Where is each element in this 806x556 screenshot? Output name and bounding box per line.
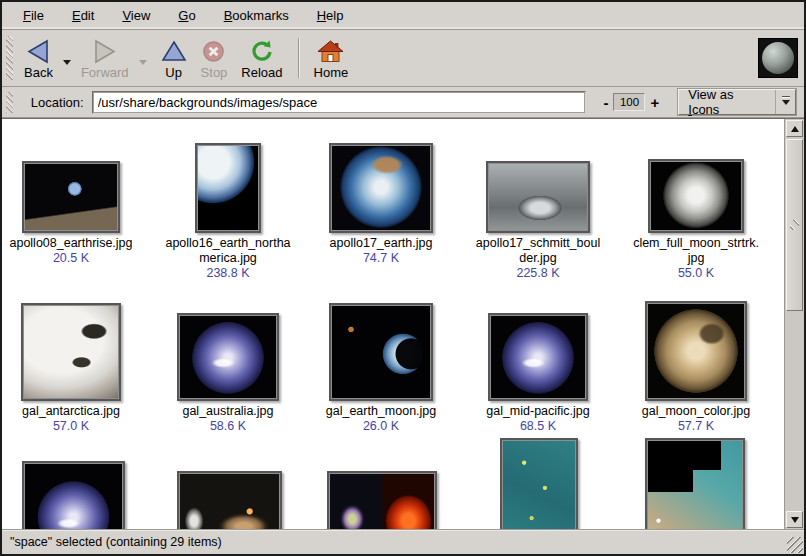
file-size: 20.5 K <box>2 251 146 266</box>
stop-button[interactable]: Stop <box>194 32 235 84</box>
file-name: gal_australia.jpg <box>153 404 303 419</box>
scrollbar-thumb[interactable] <box>786 139 803 311</box>
chevron-down-icon <box>139 60 147 69</box>
file-name: apollo17_earth.jpg <box>306 236 456 251</box>
status-text: "space" selected (containing 29 items) <box>10 535 222 549</box>
up-icon <box>161 37 187 65</box>
thumbnail-blue-earth-photo <box>488 313 588 401</box>
file-item[interactable]: gal_earth_moon.jpg 26.0 K <box>306 303 456 434</box>
forward-button[interactable]: Forward <box>74 32 136 84</box>
file-item[interactable]: gal_australia.jpg 58.6 K <box>153 313 303 434</box>
file-item[interactable]: gal_moon_color.jpg 57.7 K <box>621 301 771 434</box>
file-item[interactable]: apollo16_earth_northa merica.jpg 238.8 K <box>153 143 303 281</box>
file-item-thumbnail-colliding-galaxies-photo[interactable] <box>177 471 282 529</box>
file-item[interactable]: apollo17_schmitt_boul der.jpg 225.8 K <box>463 161 613 281</box>
file-item-thumbnail-nebula-black-squares-photo[interactable] <box>645 438 745 529</box>
reload-icon <box>250 37 274 65</box>
location-label: Location: <box>31 95 84 110</box>
file-size: 68.5 K <box>463 419 613 434</box>
file-item[interactable]: gal_antarctica.jpg 57.0 K <box>2 303 146 434</box>
menu-edit[interactable]: Edit <box>63 4 103 27</box>
file-name: clem_full_moon_strtrk. jpg <box>621 236 771 266</box>
home-icon <box>317 37 344 65</box>
location-input[interactable] <box>92 91 587 114</box>
file-size: 225.8 K <box>463 266 613 281</box>
thumbnail-earth-crescent-photo <box>195 143 261 233</box>
toolbar-drag-handle[interactable] <box>6 36 13 80</box>
file-name: gal_moon_color.jpg <box>621 404 771 419</box>
menu-bookmarks[interactable]: Bookmarks <box>215 4 298 27</box>
scroll-up-button[interactable] <box>786 120 803 137</box>
throbber-icon <box>758 38 798 78</box>
file-item-thumbnail-teal-nebula-photo[interactable] <box>500 438 578 529</box>
file-size: 26.0 K <box>306 419 456 434</box>
sphere-icon <box>762 42 794 74</box>
back-button[interactable]: Back <box>17 32 60 84</box>
view-as-dropdown[interactable]: View as Icons <box>678 89 796 115</box>
dropdown-arrow-icon <box>775 90 795 114</box>
file-size: 57.0 K <box>2 419 146 434</box>
thumbnail-gray-moon-photo <box>648 159 744 233</box>
zoom-out-button[interactable]: - <box>598 94 613 111</box>
file-item[interactable]: apollo17_earth.jpg 74.7 K <box>306 143 456 266</box>
vertical-scrollbar[interactable] <box>784 119 804 529</box>
forward-history-dropdown[interactable] <box>136 40 150 84</box>
chevron-down-icon <box>63 60 71 69</box>
file-item-thumbnail-two-panel-nebula-photo[interactable] <box>327 471 437 529</box>
home-button[interactable]: Home <box>307 32 356 84</box>
thumbnail-earth-and-moon-photo <box>329 303 433 401</box>
thumbnail-full-earth-photo <box>329 143 433 233</box>
thumbnail-earthrise-photo <box>22 161 120 233</box>
file-name: gal_mid-pacific.jpg <box>463 404 613 419</box>
file-size: 55.0 K <box>621 266 771 281</box>
location-bar: Location: - 100 + View as Icons <box>2 87 804 118</box>
menu-go[interactable]: Go <box>169 4 204 27</box>
file-size: 58.6 K <box>153 419 303 434</box>
status-bar: "space" selected (containing 29 items) <box>2 529 804 554</box>
zoom-in-button[interactable]: + <box>645 94 664 111</box>
arrow-down-icon <box>791 517 799 527</box>
toolbar-spacer <box>355 32 758 84</box>
menubar: File Edit View Go Bookmarks Help <box>2 2 804 30</box>
menu-help[interactable]: Help <box>308 4 353 27</box>
file-item[interactable]: gal_mid-pacific.jpg 68.5 K <box>463 313 613 434</box>
back-history-dropdown[interactable] <box>60 40 74 84</box>
thumbnail-moonscape-photo <box>486 161 590 233</box>
stop-icon <box>202 37 225 65</box>
menu-file[interactable]: File <box>14 4 53 27</box>
back-icon <box>25 37 52 65</box>
file-name: gal_antarctica.jpg <box>2 404 146 419</box>
file-name: gal_earth_moon.jpg <box>306 404 456 419</box>
file-name: apollo16_earth_northa merica.jpg <box>153 236 303 266</box>
zoom-control: - 100 + <box>598 93 664 111</box>
reload-button[interactable]: Reload <box>234 32 289 84</box>
resize-grip[interactable] <box>787 537 803 553</box>
zoom-level[interactable]: 100 <box>613 93 645 111</box>
toolbar: Back Forward Up Stop Reload <box>2 30 804 87</box>
scroll-down-button[interactable] <box>786 511 803 528</box>
file-size: 57.7 K <box>621 419 771 434</box>
file-item-thumbnail-blue-earth-photo[interactable] <box>22 461 125 529</box>
locationbar-drag-handle[interactable] <box>6 92 13 113</box>
file-name: apollo17_schmitt_boul der.jpg <box>463 236 613 266</box>
file-name: apollo08_earthrise.jpg <box>2 236 146 251</box>
toolbar-separator <box>298 38 299 78</box>
file-item[interactable]: apollo08_earthrise.jpg 20.5 K <box>2 161 146 266</box>
forward-icon <box>91 37 118 65</box>
thumbnail-antarctica-photo <box>21 303 121 401</box>
file-item[interactable]: clem_full_moon_strtrk. jpg 55.0 K <box>621 159 771 281</box>
file-size: 238.8 K <box>153 266 303 281</box>
thumbnail-blue-earth-photo <box>177 313 279 401</box>
file-size: 74.7 K <box>306 251 456 266</box>
arrow-up-icon <box>791 122 799 132</box>
icon-view[interactable]: apollo08_earthrise.jpg 20.5 K apollo16_e… <box>2 118 804 529</box>
file-manager-window: File Edit View Go Bookmarks Help Back Fo… <box>0 0 806 556</box>
thumbnail-tan-moon-photo <box>645 301 747 401</box>
up-button[interactable]: Up <box>154 32 194 84</box>
menu-view[interactable]: View <box>113 4 159 27</box>
